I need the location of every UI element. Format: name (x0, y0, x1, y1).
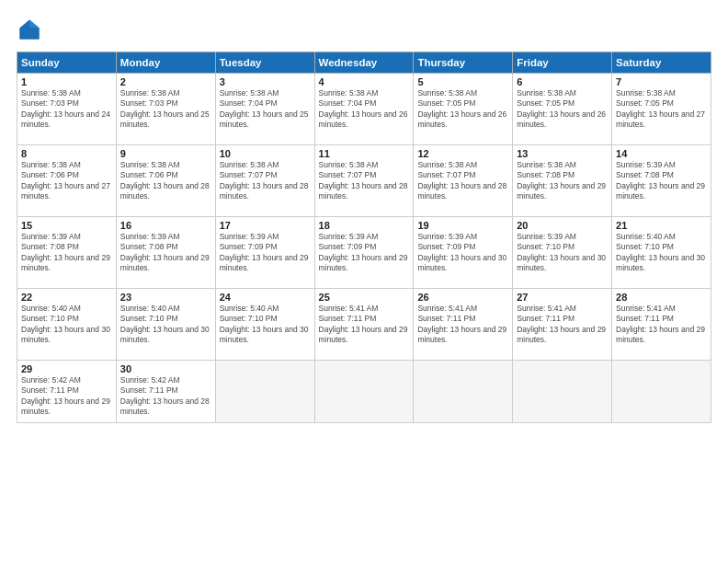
day-info: Sunrise: 5:39 AMSunset: 7:09 PMDaylight:… (220, 232, 311, 274)
day-number: 30 (120, 363, 211, 374)
calendar-cell: 21Sunrise: 5:40 AMSunset: 7:10 PMDayligh… (612, 217, 711, 289)
day-info: Sunrise: 5:41 AMSunset: 7:11 PMDaylight:… (417, 304, 508, 346)
calendar-cell (513, 361, 612, 423)
day-info: Sunrise: 5:38 AMSunset: 7:04 PMDaylight:… (319, 88, 410, 131)
calendar-cell (612, 361, 711, 423)
svg-rect-2 (20, 28, 40, 39)
calendar-cell: 25Sunrise: 5:41 AMSunset: 7:11 PMDayligh… (314, 289, 414, 361)
logo (17, 17, 46, 42)
day-number: 20 (517, 220, 608, 231)
day-number: 6 (517, 76, 608, 87)
day-info: Sunrise: 5:38 AMSunset: 7:05 PMDaylight:… (517, 88, 608, 131)
day-info: Sunrise: 5:39 AMSunset: 7:10 PMDaylight:… (517, 232, 608, 274)
day-info: Sunrise: 5:40 AMSunset: 7:10 PMDaylight:… (220, 304, 311, 346)
day-info: Sunrise: 5:38 AMSunset: 7:08 PMDaylight:… (517, 160, 608, 202)
col-saturday: Saturday (612, 52, 711, 74)
calendar-cell: 14Sunrise: 5:39 AMSunset: 7:08 PMDayligh… (612, 145, 711, 217)
day-number: 2 (120, 76, 211, 87)
calendar-cell: 3Sunrise: 5:38 AMSunset: 7:04 PMDaylight… (215, 74, 314, 145)
day-number: 12 (417, 148, 508, 159)
day-info: Sunrise: 5:39 AMSunset: 7:08 PMDaylight:… (21, 232, 112, 274)
day-number: 21 (616, 220, 707, 231)
day-number: 13 (517, 148, 608, 159)
day-number: 14 (616, 148, 707, 159)
day-info: Sunrise: 5:42 AMSunset: 7:11 PMDaylight:… (21, 375, 112, 418)
calendar-cell: 29Sunrise: 5:42 AMSunset: 7:11 PMDayligh… (17, 361, 117, 423)
day-info: Sunrise: 5:41 AMSunset: 7:11 PMDaylight:… (517, 304, 608, 346)
day-number: 22 (21, 292, 112, 303)
day-number: 24 (220, 292, 311, 303)
day-info: Sunrise: 5:38 AMSunset: 7:07 PMDaylight:… (319, 160, 410, 202)
calendar-cell: 9Sunrise: 5:38 AMSunset: 7:06 PMDaylight… (116, 145, 215, 217)
calendar-week-row: 1Sunrise: 5:38 AMSunset: 7:03 PMDaylight… (17, 74, 711, 145)
day-number: 27 (517, 292, 608, 303)
col-monday: Monday (116, 52, 215, 74)
day-number: 28 (616, 292, 707, 303)
day-info: Sunrise: 5:38 AMSunset: 7:04 PMDaylight:… (220, 88, 311, 131)
calendar-cell: 5Sunrise: 5:38 AMSunset: 7:05 PMDaylight… (414, 74, 513, 145)
calendar-cell: 30Sunrise: 5:42 AMSunset: 7:11 PMDayligh… (116, 361, 215, 423)
day-number: 19 (417, 220, 508, 231)
calendar-week-row: 8Sunrise: 5:38 AMSunset: 7:06 PMDaylight… (17, 145, 711, 217)
page: Sunday Monday Tuesday Wednesday Thursday… (0, 0, 728, 563)
col-thursday: Thursday (414, 52, 513, 74)
calendar-week-row: 29Sunrise: 5:42 AMSunset: 7:11 PMDayligh… (17, 361, 711, 423)
day-info: Sunrise: 5:38 AMSunset: 7:03 PMDaylight:… (120, 88, 211, 131)
day-info: Sunrise: 5:40 AMSunset: 7:10 PMDaylight:… (120, 304, 211, 346)
day-info: Sunrise: 5:42 AMSunset: 7:11 PMDaylight:… (120, 375, 211, 418)
day-info: Sunrise: 5:38 AMSunset: 7:06 PMDaylight:… (21, 160, 112, 202)
calendar-cell (414, 361, 513, 423)
calendar-cell: 7Sunrise: 5:38 AMSunset: 7:05 PMDaylight… (612, 74, 711, 145)
calendar-cell (314, 361, 414, 423)
logo-icon (17, 17, 42, 42)
calendar-cell: 18Sunrise: 5:39 AMSunset: 7:09 PMDayligh… (314, 217, 414, 289)
day-number: 5 (417, 76, 508, 87)
calendar-cell: 6Sunrise: 5:38 AMSunset: 7:05 PMDaylight… (513, 74, 612, 145)
day-number: 25 (319, 292, 410, 303)
day-number: 17 (220, 220, 311, 231)
col-wednesday: Wednesday (314, 52, 414, 74)
day-info: Sunrise: 5:39 AMSunset: 7:08 PMDaylight:… (616, 160, 707, 202)
day-number: 10 (220, 148, 311, 159)
calendar-cell: 16Sunrise: 5:39 AMSunset: 7:08 PMDayligh… (116, 217, 215, 289)
day-info: Sunrise: 5:38 AMSunset: 7:05 PMDaylight:… (417, 88, 508, 131)
calendar-cell: 12Sunrise: 5:38 AMSunset: 7:07 PMDayligh… (414, 145, 513, 217)
day-number: 16 (120, 220, 211, 231)
col-sunday: Sunday (17, 52, 117, 74)
day-number: 26 (417, 292, 508, 303)
header (17, 17, 711, 42)
calendar-cell: 22Sunrise: 5:40 AMSunset: 7:10 PMDayligh… (17, 289, 117, 361)
day-info: Sunrise: 5:39 AMSunset: 7:08 PMDaylight:… (120, 232, 211, 274)
day-info: Sunrise: 5:40 AMSunset: 7:10 PMDaylight:… (21, 304, 112, 346)
calendar-cell: 4Sunrise: 5:38 AMSunset: 7:04 PMDaylight… (314, 74, 414, 145)
calendar-cell: 28Sunrise: 5:41 AMSunset: 7:11 PMDayligh… (612, 289, 711, 361)
calendar-cell: 13Sunrise: 5:38 AMSunset: 7:08 PMDayligh… (513, 145, 612, 217)
day-info: Sunrise: 5:39 AMSunset: 7:09 PMDaylight:… (319, 232, 410, 274)
day-info: Sunrise: 5:41 AMSunset: 7:11 PMDaylight:… (616, 304, 707, 346)
calendar-cell: 15Sunrise: 5:39 AMSunset: 7:08 PMDayligh… (17, 217, 117, 289)
calendar-cell: 20Sunrise: 5:39 AMSunset: 7:10 PMDayligh… (513, 217, 612, 289)
day-number: 15 (21, 220, 112, 231)
svg-marker-1 (29, 20, 40, 29)
day-number: 29 (21, 363, 112, 374)
calendar-cell: 17Sunrise: 5:39 AMSunset: 7:09 PMDayligh… (215, 217, 314, 289)
day-info: Sunrise: 5:38 AMSunset: 7:07 PMDaylight:… (417, 160, 508, 202)
calendar-cell: 2Sunrise: 5:38 AMSunset: 7:03 PMDaylight… (116, 74, 215, 145)
calendar-cell: 23Sunrise: 5:40 AMSunset: 7:10 PMDayligh… (116, 289, 215, 361)
calendar-week-row: 15Sunrise: 5:39 AMSunset: 7:08 PMDayligh… (17, 217, 711, 289)
day-info: Sunrise: 5:38 AMSunset: 7:05 PMDaylight:… (616, 88, 707, 131)
day-info: Sunrise: 5:40 AMSunset: 7:10 PMDaylight:… (616, 232, 707, 274)
calendar-cell: 8Sunrise: 5:38 AMSunset: 7:06 PMDaylight… (17, 145, 117, 217)
calendar-cell: 26Sunrise: 5:41 AMSunset: 7:11 PMDayligh… (414, 289, 513, 361)
calendar-cell: 11Sunrise: 5:38 AMSunset: 7:07 PMDayligh… (314, 145, 414, 217)
col-friday: Friday (513, 52, 612, 74)
day-number: 11 (319, 148, 410, 159)
header-row: Sunday Monday Tuesday Wednesday Thursday… (17, 52, 711, 74)
day-info: Sunrise: 5:39 AMSunset: 7:09 PMDaylight:… (417, 232, 508, 274)
col-tuesday: Tuesday (215, 52, 314, 74)
calendar-cell: 24Sunrise: 5:40 AMSunset: 7:10 PMDayligh… (215, 289, 314, 361)
day-number: 3 (220, 76, 311, 87)
calendar-table: Sunday Monday Tuesday Wednesday Thursday… (17, 52, 711, 423)
day-number: 7 (616, 76, 707, 87)
day-number: 18 (319, 220, 410, 231)
